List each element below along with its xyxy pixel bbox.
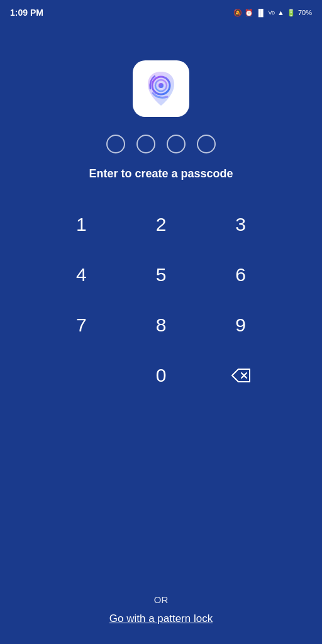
key-cell-6: 6: [201, 250, 280, 300]
app-logo: [139, 67, 183, 111]
app-logo-container: [133, 60, 189, 117]
key-8[interactable]: 8: [139, 303, 183, 347]
pattern-lock-link[interactable]: Go with a pattern lock: [109, 613, 213, 625]
bottom-section: OR Go with a pattern lock: [0, 401, 322, 644]
mute-icon: 🔕: [233, 9, 242, 17]
battery-icon: 🔋: [287, 9, 296, 17]
key-cell-empty: [42, 350, 121, 401]
keypad: 1 2 3 4 5 6 7 8 9 0: [29, 199, 293, 401]
passcode-dots: [106, 135, 216, 153]
vo-icon: Vo: [269, 9, 275, 16]
svg-point-2: [158, 83, 164, 88]
key-5[interactable]: 5: [139, 253, 183, 297]
backspace-button[interactable]: [219, 353, 263, 397]
key-cell-5: 5: [121, 250, 201, 300]
key-cell-backspace: [201, 350, 280, 401]
passcode-dot-3: [167, 135, 186, 153]
passcode-dot-1: [106, 135, 125, 153]
key-cell-7: 7: [42, 300, 121, 350]
wifi-icon: ▲: [277, 9, 284, 16]
or-label: OR: [154, 594, 169, 605]
key-cell-3: 3: [201, 199, 280, 250]
passcode-dot-2: [136, 135, 155, 153]
signal-icon: ▐▌: [256, 9, 266, 16]
key-0[interactable]: 0: [139, 353, 183, 397]
key-2[interactable]: 2: [139, 203, 183, 247]
key-cell-4: 4: [42, 250, 121, 300]
key-cell-2: 2: [121, 199, 201, 250]
key-9[interactable]: 9: [219, 303, 263, 347]
instruction-text: Enter to create a passcode: [89, 167, 233, 180]
key-cell-8: 8: [121, 300, 201, 350]
alarm-icon: ⏰: [245, 9, 253, 17]
key-3[interactable]: 3: [219, 203, 263, 247]
passcode-dot-4: [197, 135, 216, 153]
key-cell-1: 1: [42, 199, 121, 250]
status-icons: 🔕 ⏰ ▐▌ Vo ▲ 🔋 70%: [233, 9, 312, 17]
key-cell-0: 0: [121, 350, 201, 401]
battery-percent: 70%: [298, 9, 312, 16]
key-cell-9: 9: [201, 300, 280, 350]
backspace-icon: [231, 368, 251, 383]
key-empty: [59, 353, 103, 397]
main-content: Enter to create a passcode 1 2 3 4 5 6 7…: [0, 23, 322, 401]
status-bar: 1:09 PM 🔕 ⏰ ▐▌ Vo ▲ 🔋 70%: [0, 0, 322, 23]
key-4[interactable]: 4: [59, 253, 103, 297]
key-1[interactable]: 1: [59, 203, 103, 247]
key-7[interactable]: 7: [59, 303, 103, 347]
key-6[interactable]: 6: [219, 253, 263, 297]
status-time: 1:09 PM: [10, 8, 43, 18]
